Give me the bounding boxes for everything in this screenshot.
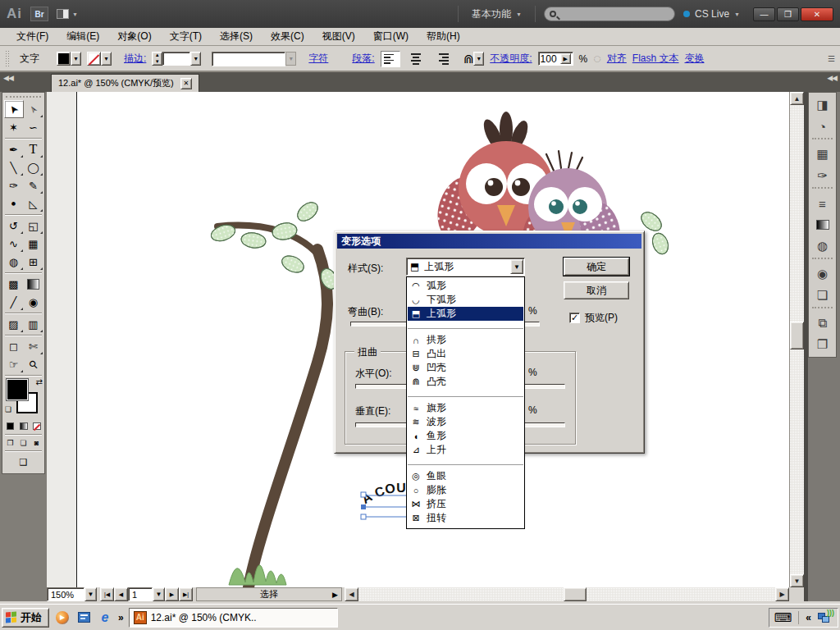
next-page-button[interactable]: ▶ bbox=[165, 587, 179, 601]
ok-button[interactable]: 确定 bbox=[564, 258, 629, 276]
appearance-panel-button[interactable]: ◉ bbox=[809, 263, 836, 285]
warp-option-fisheye[interactable]: ◎鱼眼 bbox=[408, 469, 523, 483]
ellipse-tool[interactable]: ◯ bbox=[24, 158, 43, 176]
pencil-tool[interactable]: ✎ bbox=[24, 176, 43, 194]
horizontal-scroll-thumb[interactable] bbox=[564, 587, 587, 601]
warp-option-squeeze[interactable]: ⋈挤压 bbox=[408, 497, 523, 511]
left-dock-collapse[interactable]: ◀◀ bbox=[3, 74, 13, 92]
opacity-control[interactable]: 100 ▶ bbox=[538, 52, 573, 66]
paragraph-panel-link[interactable]: 段落: bbox=[352, 52, 374, 66]
character-panel-link[interactable]: 字符 bbox=[308, 52, 328, 66]
color-panel-button[interactable]: ◨ bbox=[809, 94, 836, 116]
vertical-scrollbar[interactable]: ▲ ▼ bbox=[789, 92, 804, 587]
preview-checkbox-row[interactable]: ✓ 预览(P) bbox=[569, 311, 618, 325]
align-panel-link[interactable]: 对齐 bbox=[607, 52, 627, 66]
magic-wand-tool[interactable]: ✶ bbox=[4, 118, 24, 136]
status-display[interactable]: 选择 ▶ bbox=[196, 587, 342, 601]
stroke-dropdown-button[interactable]: ▾ bbox=[101, 52, 112, 66]
selection-tool[interactable]: ➤ bbox=[4, 100, 24, 118]
warp-option-shell-upper[interactable]: ⋒凸壳 bbox=[408, 375, 523, 389]
zoom-level-control[interactable]: 150% ▼ bbox=[47, 587, 97, 601]
line-segment-tool[interactable]: ╲ bbox=[4, 158, 24, 176]
stroke-panel-link[interactable]: 描边: bbox=[124, 52, 146, 66]
gradient-panel-button[interactable] bbox=[809, 214, 836, 235]
rotate-tool[interactable]: ↺ bbox=[4, 217, 24, 235]
arrange-documents-button[interactable]: ▼ bbox=[57, 9, 78, 19]
document-tab-close-icon[interactable]: ✕ bbox=[180, 78, 192, 89]
search-input[interactable] bbox=[544, 7, 675, 21]
layers-panel-button[interactable]: ⧉ bbox=[809, 313, 836, 334]
taskbar-app-button[interactable]: Ai 12.ai* @ 150% (CMYK.. bbox=[129, 608, 338, 628]
internet-explorer-icon[interactable]: e bbox=[97, 609, 113, 626]
combo-dropdown-button[interactable]: ▼ bbox=[510, 259, 523, 274]
tray-collapse-chevron[interactable]: « bbox=[806, 612, 811, 623]
width-profile-input[interactable] bbox=[212, 52, 285, 66]
warp-option-bulge[interactable]: ⊟凸出 bbox=[408, 347, 523, 361]
prev-page-button[interactable]: ◀ bbox=[114, 587, 128, 601]
menu-file[interactable]: 文件(F) bbox=[8, 28, 57, 45]
warp-option-arch[interactable]: ∩拱形 bbox=[408, 333, 523, 347]
stroke-weight-dropdown[interactable]: ▾ bbox=[190, 52, 201, 66]
flash-text-link[interactable]: Flash 文本 bbox=[632, 52, 679, 66]
stroke-none-swatch[interactable] bbox=[87, 52, 101, 66]
status-menu-icon[interactable]: ▶ bbox=[332, 591, 338, 599]
draw-inside-button[interactable]: ◙ bbox=[30, 436, 43, 449]
selection-handles[interactable] bbox=[361, 492, 366, 519]
style-dial-icon[interactable]: ◌ bbox=[593, 52, 601, 66]
scroll-down-button[interactable]: ▼ bbox=[790, 574, 804, 587]
warp-option-arc-upper[interactable]: ⬒上弧形 bbox=[408, 307, 523, 321]
first-page-button[interactable]: |◀ bbox=[100, 587, 114, 601]
warp-option-wave[interactable]: ≋波形 bbox=[408, 415, 523, 429]
envelope-warp-control[interactable]: ⋒ ▾ bbox=[463, 52, 485, 66]
direct-selection-tool[interactable]: ➢ bbox=[24, 100, 43, 118]
transparency-panel-button[interactable]: ◍ bbox=[809, 235, 836, 257]
swap-fill-stroke-icon[interactable]: ⇄ bbox=[36, 377, 43, 386]
eraser-tool[interactable]: ◺ bbox=[24, 194, 43, 212]
page-dropdown-button[interactable]: ▼ bbox=[153, 587, 165, 601]
menu-type[interactable]: 文字(T) bbox=[162, 28, 210, 45]
document-tab[interactable]: 12.ai* @ 150% (CMYK/预览) ✕ bbox=[51, 74, 199, 92]
warp-option-shell-lower[interactable]: ⋓凹壳 bbox=[408, 361, 523, 375]
graphic-styles-panel-button[interactable]: ❏ bbox=[809, 285, 836, 306]
stroke-color-control[interactable]: ▾ bbox=[87, 52, 112, 66]
dialog-titlebar[interactable]: 变形选项 bbox=[337, 234, 641, 249]
close-button[interactable]: ✕ bbox=[801, 7, 833, 21]
width-profile-control[interactable]: ▾ bbox=[212, 52, 296, 66]
quick-launch-chevron[interactable]: » bbox=[118, 612, 124, 623]
artboards-panel-button[interactable]: ❐ bbox=[809, 334, 836, 355]
eyedropper-tool[interactable]: ╱ bbox=[4, 293, 24, 311]
vertical-scroll-thumb[interactable] bbox=[790, 322, 804, 349]
scale-tool[interactable]: ◱ bbox=[24, 217, 43, 235]
minimize-button[interactable]: — bbox=[753, 7, 775, 21]
fill-swatch[interactable] bbox=[7, 379, 28, 400]
menu-window[interactable]: 窗口(W) bbox=[365, 28, 417, 45]
menu-effect[interactable]: 效果(C) bbox=[262, 28, 313, 45]
align-right-button[interactable] bbox=[431, 51, 451, 67]
panel-drag-handle[interactable] bbox=[5, 50, 9, 68]
gradient-tool[interactable] bbox=[24, 275, 43, 293]
opacity-spinner[interactable]: ▶ bbox=[560, 53, 571, 64]
warp-option-fish[interactable]: ◖鱼形 bbox=[408, 429, 523, 443]
hand-tool[interactable]: ☞ bbox=[4, 355, 24, 373]
artboard-tool[interactable]: ◻ bbox=[4, 337, 24, 355]
warp-option-arc-lower[interactable]: ◡下弧形 bbox=[408, 293, 523, 307]
blend-tool[interactable]: ◉ bbox=[24, 293, 43, 311]
show-desktop-icon[interactable] bbox=[75, 609, 92, 626]
draw-behind-button[interactable]: ❏ bbox=[17, 436, 30, 449]
color-mode-button[interactable] bbox=[4, 420, 17, 432]
mesh-tool[interactable]: ▩ bbox=[4, 275, 24, 293]
stroke-panel-button[interactable]: ≡ bbox=[809, 193, 836, 214]
column-graph-tool[interactable]: ▥ bbox=[24, 315, 43, 333]
shape-builder-tool[interactable]: ◍ bbox=[4, 253, 24, 271]
paintbrush-tool[interactable]: ✑ bbox=[4, 176, 24, 194]
warp-option-twist[interactable]: ⊠扭转 bbox=[408, 511, 523, 525]
lasso-tool[interactable]: ∽ bbox=[24, 118, 43, 136]
fill-dropdown-button[interactable]: ▾ bbox=[71, 52, 81, 66]
brushes-panel-button[interactable]: ✑ bbox=[809, 165, 836, 186]
workspace-switcher-button[interactable]: 基本功能 ▼ bbox=[467, 7, 527, 21]
menu-view[interactable]: 视图(V) bbox=[314, 28, 363, 45]
screen-mode-button[interactable]: ❑ bbox=[14, 453, 34, 471]
preview-checkbox[interactable]: ✓ bbox=[569, 313, 580, 323]
stroke-weight-stepper[interactable]: ▲▼ bbox=[152, 52, 162, 66]
transform-panel-link[interactable]: 变换 bbox=[684, 52, 704, 66]
